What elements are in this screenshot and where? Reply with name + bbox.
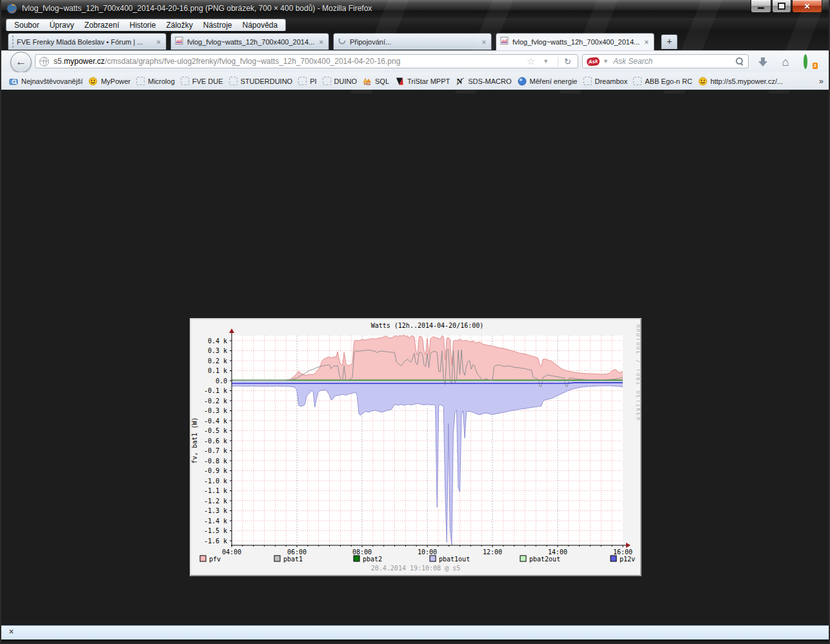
reload-icon[interactable]: ↻ [558,57,571,66]
tab-close-icon[interactable]: × [643,38,650,46]
sds-macro-icon: N [456,77,465,86]
svg-text:p12v: p12v [620,556,635,563]
svg-text:-0.2 k: -0.2 k [204,397,227,405]
svg-text:0.3 k: 0.3 k [208,347,227,354]
placeholder-icon [323,77,331,85]
svg-text:pbat2: pbat2 [363,556,382,563]
bookmark-item-7[interactable]: PMASQL [363,77,389,86]
bookmark-label: ABB Ego-n RC [645,77,692,85]
bookmark-item-2[interactable]: Microlog [136,77,175,85]
image-favicon [175,36,184,48]
bookmark-label: http://s5.mypower.cz/... [711,77,784,85]
placeholder-icon [136,77,145,85]
tab-close-icon[interactable]: × [481,38,487,46]
bookmark-item-6[interactable]: DUINO [323,77,357,85]
navigation-toolbar: ← s5.mypower.cz/cmsdata/graphs/fve-ulog2… [1,50,829,73]
home-button[interactable]: ⌂ [778,55,793,69]
menu-item-4[interactable]: Záložky [161,21,197,30]
back-button[interactable]: ← [10,52,32,73]
svg-text:-0.9 k: -0.9 k [204,467,227,474]
svg-text:04:00: 04:00 [222,548,241,556]
home-icon: ⌂ [782,56,789,68]
bookmark-item-10[interactable]: Měření energie [518,77,578,86]
menu-item-5[interactable]: Nástroje [198,21,238,30]
bookmarks-overflow-chevron[interactable]: » [819,76,824,86]
tab-4[interactable]: fvlog_fvlog~watts_12h_700x400_2014...× [496,33,654,50]
svg-text:pfv: pfv [209,556,221,563]
menu-item-1[interactable]: Úpravy [45,21,79,30]
menu-item-0[interactable]: Soubor [9,21,45,30]
bookmark-label: SDS-MACRO [468,77,511,85]
bookmark-label: Nejnavštěvovanější [21,77,83,85]
svg-text:-1.0 k: -1.0 k [204,478,227,485]
extension-button[interactable]: 2 [802,55,817,69]
bookmark-label: FVE DUE [192,77,223,85]
bookmark-star-icon[interactable]: ☆ [527,55,535,67]
svg-text:-0.8 k: -0.8 k [204,458,227,465]
bookmark-item-3[interactable]: FVE DUE [181,77,223,85]
bookmark-label: MyPower [101,77,130,85]
tab-close-icon[interactable]: × [156,38,162,46]
window-bottom-frame [1,639,829,644]
svg-text:10:00: 10:00 [418,548,437,556]
placeholder-icon [633,77,642,85]
minimize-button[interactable] [751,0,771,13]
tristar-icon [395,77,404,86]
restore-icon [778,3,785,10]
tab-close-icon[interactable]: × [318,38,325,46]
bookmark-item-12[interactable]: ABB Ego-n RC [633,77,692,85]
search-engine-dropdown-icon[interactable]: ▼ [603,58,609,65]
placeholder-icon [12,36,14,48]
globe-icon [39,57,49,66]
bookmark-label: STUDERDUINO [241,77,293,85]
bookmark-label: TriStar MPPT [407,77,450,85]
svg-text:-0.6 k: -0.6 k [204,438,227,445]
ask-engine-icon[interactable]: Ask [586,56,600,66]
tab-2[interactable]: fvlog_fvlog~watts_12h_700x400_2014...× [170,33,329,50]
svg-text:pbat1out: pbat1out [439,556,470,563]
svg-text:-1.6 k: -1.6 k [204,538,227,545]
tab-3[interactable]: Připojování...× [333,33,492,50]
addon-bar-close-icon[interactable]: × [9,627,14,636]
svg-text:-0.3 k: -0.3 k [204,407,227,414]
url-text[interactable]: s5.mypower.cz/cmsdata/graphs/fve-ulog2fr… [54,57,523,66]
search-bar[interactable]: Ask ▼ [582,54,749,68]
bookmark-label: PI [310,77,316,85]
menu-item-3[interactable]: Historie [125,21,161,30]
bookmark-item-9[interactable]: NSDS-MACRO [456,77,511,86]
menu-item-6[interactable]: Nápověda [237,21,283,30]
title-bar[interactable]: fvlog_fvlog~watts_12h_700x400_2014-04-20… [1,0,829,19]
bookmark-item-0[interactable]: Nejnavštěvovanější [9,77,83,86]
loading-spinner-icon [338,36,347,48]
svg-text:PMA: PMA [364,83,371,86]
bookmark-item-4[interactable]: STUDERDUINO [229,77,293,85]
svg-text:12:00: 12:00 [483,548,502,556]
bookmark-label: SQL [375,77,389,85]
url-dropdown-icon[interactable]: ▼ [543,58,549,65]
close-button[interactable]: ✕ [792,0,822,13]
menu-bar: SouborÚpravyZobrazeníHistorieZáložkyNást… [1,18,829,31]
new-tab-button[interactable]: + [661,34,678,49]
placeholder-icon [298,77,307,85]
bookmark-item-1[interactable]: MyPower [88,77,130,86]
tab-1[interactable]: FVE Frenky Mladá Boleslav • Fórum | ...× [8,33,167,50]
svg-text:16:00: 16:00 [613,548,633,556]
svg-text:-0.7 k: -0.7 k [204,447,227,454]
bookmark-item-5[interactable]: PI [298,77,316,85]
search-input[interactable] [612,56,735,66]
restore-button[interactable] [772,0,791,13]
url-bar[interactable]: s5.mypower.cz/cmsdata/graphs/fve-ulog2fr… [35,54,578,68]
tab-title: Připojování... [350,38,478,46]
svg-text:0.1 k: 0.1 k [208,367,227,374]
tab-title: FVE Frenky Mladá Boleslav • Fórum | ... [17,38,152,46]
bookmark-item-8[interactable]: TriStar MPPT [395,77,450,86]
search-icon[interactable] [735,57,744,66]
menu-item-2[interactable]: Zobrazení [79,21,125,30]
bookmark-label: Dreambox [595,77,628,85]
bookmark-item-11[interactable]: Dreambox [583,77,628,85]
svg-text:-0.1 k: -0.1 k [204,387,227,394]
firefox-logo-icon [6,3,17,14]
bookmark-item-13[interactable]: http://s5.mypower.cz/... [698,77,784,86]
downloads-button[interactable] [755,55,771,69]
tab-title: fvlog_fvlog~watts_12h_700x400_2014... [512,38,640,46]
